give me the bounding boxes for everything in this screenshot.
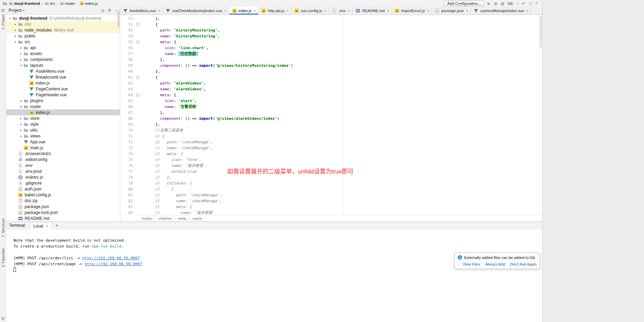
rollback-icon[interactable]: ↶ — [535, 1, 539, 6]
notification-action-Don't Ask Again[interactable]: Don't Ask Again — [510, 262, 537, 266]
tree-item-.editorconfig[interactable]: .editorconfig — [6, 156, 120, 162]
tree-item-index.js[interactable]: JSindex.js — [6, 109, 120, 115]
terminal-link[interactable]: http://192.168.66.56:9007 — [82, 256, 140, 260]
tree-item-.gitignore[interactable]: .gitignore — [6, 180, 120, 186]
tree-item-dist[interactable]: ▸dist — [6, 21, 120, 27]
fold-marker[interactable] — [134, 74, 142, 80]
editor-breadcrumb-routes[interactable]: routes — [142, 216, 152, 221]
tree-item-babel.config.js[interactable]: JSbabel.config.js — [6, 192, 120, 198]
stop-button[interactable]: ▣ — [501, 1, 504, 6]
tool-window-switcher-icon[interactable]: ▥ — [1, 316, 5, 321]
tree-item-views[interactable]: ▸views — [6, 133, 120, 139]
tab-package.json[interactable]: {}package.json× — [432, 7, 471, 15]
project-scrollbar[interactable] — [117, 11, 120, 27]
tree-item-src[interactable]: ▾src — [6, 39, 120, 45]
tree-item-dist.zip[interactable]: dist.zip — [6, 198, 120, 204]
tab-close-icon[interactable]: × — [254, 9, 256, 13]
fold-marker[interactable] — [134, 92, 142, 98]
tree-item-main.js[interactable]: JSmain.js — [6, 145, 120, 151]
terminal-link[interactable]: http://192.168.66.56:9007 — [85, 262, 142, 266]
chevron-down-icon[interactable]: ▾ — [23, 9, 25, 12]
tree-item-node_modules[interactable]: ▸node_moduleslibrary root — [6, 27, 120, 33]
fold-box-icon[interactable] — [136, 41, 139, 44]
tab-vue.config.js[interactable]: JSvue.config.js× — [291, 7, 329, 15]
tool-window-button-structure[interactable]: 7: Structure — [1, 218, 5, 237]
history-icon[interactable]: ◷ — [528, 1, 532, 6]
new-terminal-button[interactable]: + — [55, 223, 58, 228]
chevron-expanded-icon[interactable]: ▾ — [19, 64, 23, 67]
tree-item-router[interactable]: ▾router — [6, 104, 120, 109]
chevron-collapsed-icon[interactable]: ▸ — [13, 34, 18, 38]
breadcrumb-item-index.js[interactable]: JSindex.js — [79, 1, 98, 6]
add-configuration-button[interactable]: Add Configuration... — [444, 1, 484, 6]
terminal-output[interactable]: Note that the development build is not o… — [6, 229, 542, 322]
chevron-collapsed-icon[interactable]: ▸ — [19, 46, 23, 50]
breadcrumb-item-duoji-frontend[interactable]: duoji-frontend — [8, 1, 41, 6]
tab-close-icon[interactable]: × — [387, 9, 389, 13]
tab-close-icon[interactable]: × — [286, 9, 289, 13]
fold-marker[interactable] — [134, 39, 142, 45]
chevron-collapsed-icon[interactable]: ▸ — [19, 52, 23, 55]
fold-marker[interactable] — [134, 21, 142, 27]
editor-scrollbar[interactable] — [539, 16, 542, 48]
tree-item-plugins[interactable]: ▸plugins — [6, 98, 120, 104]
tab-importExcel.js[interactable]: JSimportExcel.js× — [392, 7, 432, 15]
tree-item-assets[interactable]: ▸assets — [6, 51, 120, 56]
tree-item-.env[interactable]: .env — [6, 162, 120, 168]
tree-item-utils[interactable]: ▸utils — [6, 127, 120, 133]
tree-item-package.json[interactable]: {}package.json — [6, 204, 120, 209]
fold-box-icon[interactable] — [136, 76, 139, 79]
tree-item-package-lock.json[interactable]: {}package-lock.json — [6, 209, 120, 215]
git-commit-icon[interactable]: ✔ — [522, 1, 525, 6]
tab-.env[interactable]: .env× — [329, 7, 353, 15]
editor-breadcrumb-name[interactable]: name — [193, 216, 202, 221]
chevron-collapsed-icon[interactable]: ▸ — [19, 99, 23, 102]
tree-item-PageContent.vue[interactable]: PageContent.vue — [6, 86, 120, 92]
project-panel-title[interactable]: Project — [9, 8, 21, 13]
tree-item-PageHeader.vue[interactable]: PageHeader.vue — [6, 92, 120, 98]
tab-close-icon[interactable]: × — [466, 9, 468, 13]
tree-item-Breadcrumb.vue[interactable]: Breadcrumb.vue — [6, 74, 120, 80]
chevron-expanded-icon[interactable]: ▾ — [13, 40, 18, 44]
run-button[interactable]: ▶ — [487, 1, 491, 6]
fold-box-icon[interactable] — [136, 23, 139, 26]
tree-item-duoji-frontend[interactable]: ▾duoji-frontendD:\zheheWeb\duoji-fronten… — [6, 15, 120, 21]
gear-icon[interactable]: ⚙ — [108, 8, 112, 13]
chevron-collapsed-icon[interactable]: ▸ — [19, 128, 23, 132]
tree-item-App.vue[interactable]: App.vue — [6, 139, 120, 145]
breadcrumb-item-src[interactable]: src — [44, 1, 56, 6]
code-editor[interactable]: 51 },52 {53 path: 'historyMonitoring',54… — [120, 15, 542, 215]
tab-close-icon[interactable]: × — [158, 9, 160, 13]
chevron-collapsed-icon[interactable]: ▸ — [19, 117, 23, 120]
hide-panel-button[interactable]: ─ — [114, 8, 117, 13]
tab-close-icon[interactable]: × — [324, 9, 326, 13]
tab-README.md[interactable]: MDREADME.md× — [353, 7, 392, 15]
tree-item-api[interactable]: ▸api — [6, 45, 120, 51]
tab-http-api.js[interactable]: JShttp-api.js× — [258, 7, 291, 15]
git-update-icon[interactable]: ↓ — [517, 1, 519, 6]
tool-window-button-favorites[interactable]: 2: Favorites — [1, 248, 5, 267]
tree-item-auth.json[interactable]: {}auth.json — [6, 186, 120, 192]
tree-item-store[interactable]: ▸store — [6, 115, 120, 121]
breadcrumb-item-router[interactable]: router — [59, 1, 76, 6]
notification-action-Always Add[interactable]: Always Add — [485, 262, 505, 266]
chevron-expanded-icon[interactable]: ▾ — [8, 17, 12, 20]
terminal-tab-local[interactable]: Local × — [29, 223, 52, 229]
tree-item-.eslintrc.js[interactable]: .eslintrc.js — [6, 174, 120, 180]
tab-realTimeMonitoring\index.vue[interactable]: realTimeMonitoring\index.vue× — [163, 7, 229, 15]
tree-item-components[interactable]: ▸components — [6, 56, 120, 62]
tree-item-README.md[interactable]: MDREADME.md — [6, 215, 120, 221]
debug-button[interactable]: ◉ — [494, 1, 497, 6]
tab-index.js[interactable]: JSindex.js× — [229, 7, 259, 15]
tab-close-icon[interactable]: × — [348, 9, 350, 13]
tab-close-icon[interactable]: × — [427, 9, 429, 13]
locate-file-button[interactable]: ◎ — [101, 8, 104, 13]
tab-close-icon[interactable]: × — [224, 9, 226, 13]
tree-item-index.js[interactable]: JSindex.js — [6, 80, 120, 86]
chevron-expanded-icon[interactable]: ▾ — [19, 105, 23, 108]
terminal-tab-close-icon[interactable]: × — [46, 224, 48, 228]
chevron-collapsed-icon[interactable]: ▸ — [13, 28, 18, 32]
tree-item-public[interactable]: ▸public — [6, 33, 120, 39]
tree-item-style[interactable]: ▸style — [6, 121, 120, 127]
tab-AsideMenu.vue[interactable]: AsideMenu.vue× — [120, 7, 163, 15]
